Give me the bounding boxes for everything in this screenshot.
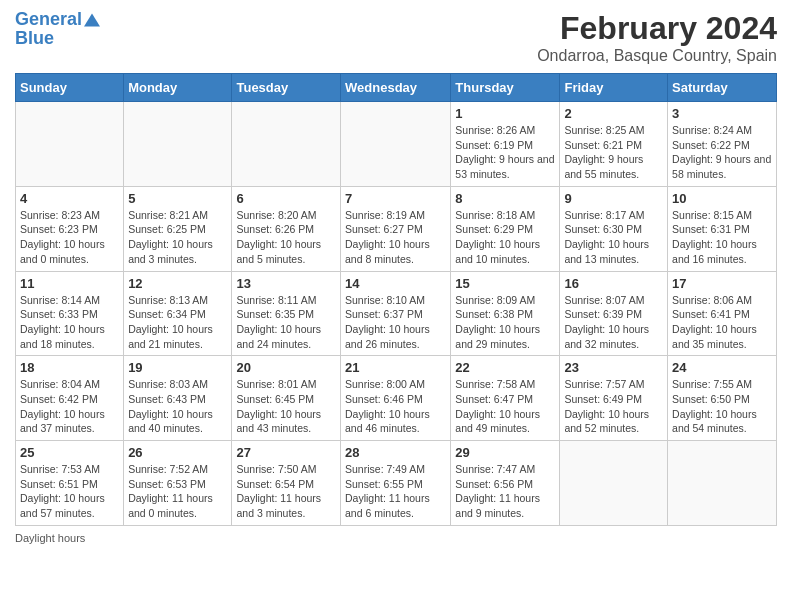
day-info: Sunrise: 8:13 AM Sunset: 6:34 PM Dayligh… xyxy=(128,293,227,352)
header-day-thursday: Thursday xyxy=(451,74,560,102)
calendar-cell: 3Sunrise: 8:24 AM Sunset: 6:22 PM Daylig… xyxy=(668,102,777,187)
week-row-4: 25Sunrise: 7:53 AM Sunset: 6:51 PM Dayli… xyxy=(16,441,777,526)
day-info: Sunrise: 8:15 AM Sunset: 6:31 PM Dayligh… xyxy=(672,208,772,267)
logo-blue: Blue xyxy=(15,28,100,49)
day-number: 4 xyxy=(20,191,119,206)
calendar-cell: 10Sunrise: 8:15 AM Sunset: 6:31 PM Dayli… xyxy=(668,186,777,271)
week-row-2: 11Sunrise: 8:14 AM Sunset: 6:33 PM Dayli… xyxy=(16,271,777,356)
header: General Blue February 2024 Ondarroa, Bas… xyxy=(15,10,777,65)
day-number: 12 xyxy=(128,276,227,291)
calendar-cell xyxy=(341,102,451,187)
day-info: Sunrise: 8:18 AM Sunset: 6:29 PM Dayligh… xyxy=(455,208,555,267)
calendar-cell: 22Sunrise: 7:58 AM Sunset: 6:47 PM Dayli… xyxy=(451,356,560,441)
day-number: 9 xyxy=(564,191,663,206)
week-row-0: 1Sunrise: 8:26 AM Sunset: 6:19 PM Daylig… xyxy=(16,102,777,187)
header-day-sunday: Sunday xyxy=(16,74,124,102)
calendar-cell: 27Sunrise: 7:50 AM Sunset: 6:54 PM Dayli… xyxy=(232,441,341,526)
calendar-cell xyxy=(16,102,124,187)
day-number: 1 xyxy=(455,106,555,121)
calendar-cell: 28Sunrise: 7:49 AM Sunset: 6:55 PM Dayli… xyxy=(341,441,451,526)
day-number: 22 xyxy=(455,360,555,375)
day-info: Sunrise: 8:03 AM Sunset: 6:43 PM Dayligh… xyxy=(128,377,227,436)
day-info: Sunrise: 8:00 AM Sunset: 6:46 PM Dayligh… xyxy=(345,377,446,436)
day-number: 7 xyxy=(345,191,446,206)
day-info: Sunrise: 7:49 AM Sunset: 6:55 PM Dayligh… xyxy=(345,462,446,521)
calendar-cell: 6Sunrise: 8:20 AM Sunset: 6:26 PM Daylig… xyxy=(232,186,341,271)
calendar-table: SundayMondayTuesdayWednesdayThursdayFrid… xyxy=(15,73,777,526)
day-number: 16 xyxy=(564,276,663,291)
header-day-tuesday: Tuesday xyxy=(232,74,341,102)
day-info: Sunrise: 8:01 AM Sunset: 6:45 PM Dayligh… xyxy=(236,377,336,436)
day-info: Sunrise: 8:21 AM Sunset: 6:25 PM Dayligh… xyxy=(128,208,227,267)
calendar-cell: 16Sunrise: 8:07 AM Sunset: 6:39 PM Dayli… xyxy=(560,271,668,356)
main-title: February 2024 xyxy=(537,10,777,47)
day-number: 21 xyxy=(345,360,446,375)
calendar-cell: 4Sunrise: 8:23 AM Sunset: 6:23 PM Daylig… xyxy=(16,186,124,271)
calendar-cell: 2Sunrise: 8:25 AM Sunset: 6:21 PM Daylig… xyxy=(560,102,668,187)
day-info: Sunrise: 8:24 AM Sunset: 6:22 PM Dayligh… xyxy=(672,123,772,182)
calendar-cell: 8Sunrise: 8:18 AM Sunset: 6:29 PM Daylig… xyxy=(451,186,560,271)
header-day-wednesday: Wednesday xyxy=(341,74,451,102)
calendar-body: 1Sunrise: 8:26 AM Sunset: 6:19 PM Daylig… xyxy=(16,102,777,526)
day-number: 23 xyxy=(564,360,663,375)
day-info: Sunrise: 8:11 AM Sunset: 6:35 PM Dayligh… xyxy=(236,293,336,352)
calendar-cell: 18Sunrise: 8:04 AM Sunset: 6:42 PM Dayli… xyxy=(16,356,124,441)
week-row-1: 4Sunrise: 8:23 AM Sunset: 6:23 PM Daylig… xyxy=(16,186,777,271)
day-info: Sunrise: 8:23 AM Sunset: 6:23 PM Dayligh… xyxy=(20,208,119,267)
day-number: 5 xyxy=(128,191,227,206)
logo-icon xyxy=(84,12,100,28)
day-number: 8 xyxy=(455,191,555,206)
day-number: 3 xyxy=(672,106,772,121)
calendar-cell: 11Sunrise: 8:14 AM Sunset: 6:33 PM Dayli… xyxy=(16,271,124,356)
footer: Daylight hours xyxy=(15,532,777,544)
calendar-cell: 14Sunrise: 8:10 AM Sunset: 6:37 PM Dayli… xyxy=(341,271,451,356)
day-number: 28 xyxy=(345,445,446,460)
calendar-cell: 9Sunrise: 8:17 AM Sunset: 6:30 PM Daylig… xyxy=(560,186,668,271)
day-number: 20 xyxy=(236,360,336,375)
day-info: Sunrise: 8:26 AM Sunset: 6:19 PM Dayligh… xyxy=(455,123,555,182)
day-info: Sunrise: 8:14 AM Sunset: 6:33 PM Dayligh… xyxy=(20,293,119,352)
day-number: 6 xyxy=(236,191,336,206)
day-info: Sunrise: 8:10 AM Sunset: 6:37 PM Dayligh… xyxy=(345,293,446,352)
day-info: Sunrise: 8:19 AM Sunset: 6:27 PM Dayligh… xyxy=(345,208,446,267)
calendar-cell: 1Sunrise: 8:26 AM Sunset: 6:19 PM Daylig… xyxy=(451,102,560,187)
calendar-cell xyxy=(668,441,777,526)
day-number: 25 xyxy=(20,445,119,460)
title-block: February 2024 Ondarroa, Basque Country, … xyxy=(537,10,777,65)
day-number: 13 xyxy=(236,276,336,291)
calendar-cell: 26Sunrise: 7:52 AM Sunset: 6:53 PM Dayli… xyxy=(124,441,232,526)
day-number: 26 xyxy=(128,445,227,460)
calendar-cell xyxy=(232,102,341,187)
calendar-cell: 13Sunrise: 8:11 AM Sunset: 6:35 PM Dayli… xyxy=(232,271,341,356)
day-info: Sunrise: 7:55 AM Sunset: 6:50 PM Dayligh… xyxy=(672,377,772,436)
day-number: 19 xyxy=(128,360,227,375)
day-number: 14 xyxy=(345,276,446,291)
subtitle: Ondarroa, Basque Country, Spain xyxy=(537,47,777,65)
day-number: 15 xyxy=(455,276,555,291)
day-number: 10 xyxy=(672,191,772,206)
calendar-cell: 23Sunrise: 7:57 AM Sunset: 6:49 PM Dayli… xyxy=(560,356,668,441)
header-row: SundayMondayTuesdayWednesdayThursdayFrid… xyxy=(16,74,777,102)
calendar-cell: 7Sunrise: 8:19 AM Sunset: 6:27 PM Daylig… xyxy=(341,186,451,271)
day-info: Sunrise: 7:50 AM Sunset: 6:54 PM Dayligh… xyxy=(236,462,336,521)
day-number: 17 xyxy=(672,276,772,291)
calendar-cell: 24Sunrise: 7:55 AM Sunset: 6:50 PM Dayli… xyxy=(668,356,777,441)
day-number: 24 xyxy=(672,360,772,375)
calendar-cell: 21Sunrise: 8:00 AM Sunset: 6:46 PM Dayli… xyxy=(341,356,451,441)
day-info: Sunrise: 8:04 AM Sunset: 6:42 PM Dayligh… xyxy=(20,377,119,436)
svg-marker-0 xyxy=(84,13,100,26)
calendar-cell: 29Sunrise: 7:47 AM Sunset: 6:56 PM Dayli… xyxy=(451,441,560,526)
calendar-cell xyxy=(560,441,668,526)
day-info: Sunrise: 8:25 AM Sunset: 6:21 PM Dayligh… xyxy=(564,123,663,182)
header-day-friday: Friday xyxy=(560,74,668,102)
calendar-cell: 17Sunrise: 8:06 AM Sunset: 6:41 PM Dayli… xyxy=(668,271,777,356)
header-day-saturday: Saturday xyxy=(668,74,777,102)
calendar-cell: 25Sunrise: 7:53 AM Sunset: 6:51 PM Dayli… xyxy=(16,441,124,526)
day-info: Sunrise: 8:09 AM Sunset: 6:38 PM Dayligh… xyxy=(455,293,555,352)
day-info: Sunrise: 8:07 AM Sunset: 6:39 PM Dayligh… xyxy=(564,293,663,352)
day-number: 18 xyxy=(20,360,119,375)
day-info: Sunrise: 7:52 AM Sunset: 6:53 PM Dayligh… xyxy=(128,462,227,521)
logo-text: General xyxy=(15,10,82,30)
header-day-monday: Monday xyxy=(124,74,232,102)
calendar-cell: 19Sunrise: 8:03 AM Sunset: 6:43 PM Dayli… xyxy=(124,356,232,441)
